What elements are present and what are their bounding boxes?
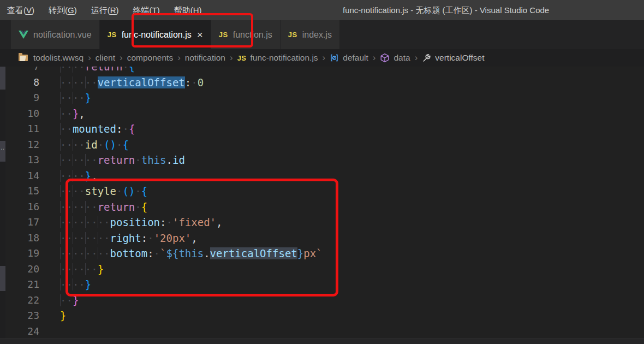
code-line[interactable]: 11··mounted:·{ [0,121,644,137]
code-token: '20px' [154,232,192,244]
code-line-content[interactable]: ··} [39,293,79,309]
code-token: · [147,232,153,244]
line-number[interactable]: 24 [0,324,39,340]
menu-accel: G [68,5,74,15]
code-line-content[interactable]: } [39,308,66,324]
code-lines[interactable]: 7····return·{8······verticalOffset:·09··… [0,59,644,339]
code-line[interactable]: 22··} [0,293,644,309]
code-line-content[interactable]: ······return·this.id [39,152,185,168]
breadcrumb-item-data[interactable]: data [393,53,410,63]
code-line[interactable]: 16······return·{ [0,199,644,215]
line-number[interactable]: 15 [0,183,39,199]
line-number[interactable]: 18 [0,230,39,246]
breadcrumb-item-default[interactable]: default [343,53,368,63]
line-number[interactable]: 14 [0,168,39,184]
menu-terminal[interactable]: 终端(T) [126,0,167,20]
code-line[interactable]: 8······verticalOffset:·0 [0,75,644,91]
code-line-content[interactable]: ····style·()·{ [39,183,147,199]
code-token: · [166,216,172,228]
code-token: mounted [73,123,116,135]
js-icon: JS [237,54,247,62]
code-token: } [85,170,91,182]
menu-view[interactable]: 查看(V) [0,0,41,20]
code-token: · [191,76,197,88]
indent-whitespace: ······ [60,154,98,166]
line-number[interactable]: 17 [0,215,39,230]
code-line[interactable]: 20······} [0,262,644,277]
menu-help[interactable]: 帮助(H) [167,0,209,20]
code-token: verticalOffset [210,247,297,259]
code-line[interactable]: 13······return·this.id [0,152,644,168]
code-line[interactable]: 15····style·()·{ [0,183,644,199]
line-number[interactable]: 13 [0,152,39,168]
line-number[interactable]: 22 [0,293,39,309]
breadcrumb-item-notification[interactable]: notification [185,53,225,63]
breadcrumb-item-file[interactable]: func-notification.js [251,53,318,63]
line-number[interactable]: 16 [0,199,39,215]
code-line[interactable]: 21····} [0,277,644,293]
code-line[interactable]: 14····}, [0,168,644,184]
line-number[interactable]: 10 [0,106,39,122]
code-line-content[interactable]: ····} [39,90,91,106]
tab-index-js[interactable]: JS index.js [281,20,340,49]
tab-bar: notification.vue JS func-notification.js… [0,20,644,49]
close-icon[interactable]: × [197,29,203,40]
code-token: , [216,216,222,228]
line-number[interactable]: 11 [0,121,39,137]
breadcrumb-item-components[interactable]: components [127,53,173,63]
code-line-content[interactable]: ········bottom:·`${this.verticalOffset}p… [39,246,323,262]
code-line-content[interactable]: ······return·{ [39,199,147,215]
breadcrumb-item-root[interactable]: todolist.wwsq [33,53,84,63]
side-panel-sliver: .. [0,49,5,344]
menu-label: 查看( [7,5,26,15]
line-number[interactable]: 23 [0,308,39,324]
code-line-content[interactable]: ··}, [39,106,85,122]
code-line-content[interactable]: ····id·()·{ [39,137,129,153]
menu-goto[interactable]: 转到(G) [41,0,84,20]
code-token: } [297,247,303,259]
code-token: return [98,201,135,213]
code-line[interactable]: 24 [0,324,644,340]
line-number[interactable]: 21 [0,277,39,293]
code-line[interactable]: 18········right:·'20px', [0,230,644,246]
code-line-content[interactable]: ······} [39,262,104,277]
code-token: verticalOffset [98,76,185,88]
code-line-content[interactable]: ········position:·'fixed', [39,215,222,230]
tab-function-js[interactable]: JS function.js [211,20,281,49]
code-line-content[interactable]: ······verticalOffset:·0 [39,75,204,91]
menu-label: 转到( [49,5,68,15]
code-line[interactable]: 9····} [0,90,644,106]
code-line[interactable]: 10··}, [0,106,644,122]
breadcrumb-separator: › [120,52,123,63]
menu-label: ) [199,5,202,15]
code-line-content[interactable]: ····}, [39,168,98,184]
indent-whitespace: ·· [60,123,73,135]
tab-func-notification-js[interactable]: JS func-notification.js × [100,20,211,49]
code-line[interactable]: 23} [0,308,644,324]
js-icon: JS [219,31,228,39]
breadcrumb-item-client[interactable]: client [96,53,115,63]
breadcrumb-separator: › [415,52,418,63]
line-number[interactable]: 8 [0,75,39,91]
line-number[interactable]: 12 [0,137,39,153]
code-line-content[interactable]: ····} [39,277,91,293]
code-line[interactable]: 19········bottom:·`${this.verticalOffset… [0,246,644,262]
code-token: , [191,232,197,244]
title-bar: 查看(V) 转到(G) 运行(R) 终端(T) 帮助(H) func-notif… [0,0,644,20]
code-line-content[interactable]: ········right:·'20px', [39,230,198,246]
code-line[interactable]: 17········position:·'fixed', [0,215,644,230]
code-token: : [141,232,147,244]
code-token: · [116,185,122,197]
breadcrumb-item-verticaloffset[interactable]: verticalOffset [435,53,484,63]
code-token: id [172,154,185,166]
breadcrumb-separator: › [177,52,181,63]
tab-notification-vue[interactable]: notification.vue [11,20,100,49]
code-line-content[interactable]: ··mounted:·{ [39,121,135,137]
line-number[interactable]: 19 [0,246,39,262]
code-line-content[interactable] [39,324,60,340]
menu-run[interactable]: 运行(R) [84,0,126,20]
line-number[interactable]: 9 [0,90,39,106]
breadcrumb-separator: › [230,52,233,63]
line-number[interactable]: 20 [0,262,39,277]
code-line[interactable]: 12····id·()·{ [0,137,644,153]
